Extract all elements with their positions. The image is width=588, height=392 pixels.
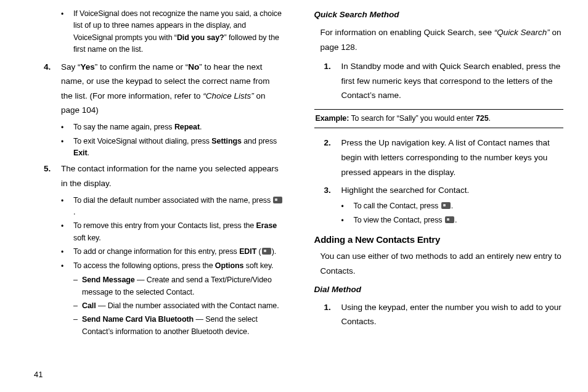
text-bold: Options [215,261,244,270]
step-number: 2. [324,136,341,179]
text: To remove this entry from your Contacts … [73,221,256,230]
step-5: 5. The contact information for the name … [44,161,284,190]
text: . [451,202,453,210]
bullet-dial-default: • To dial the default number associated … [61,195,284,219]
text: To dial the default number associated wi… [73,196,272,205]
text: In Standby mode and with Quick Search en… [341,59,564,103]
step-number: 4. [44,60,61,118]
right-column: Quick Search Method For information on e… [314,6,564,386]
text: . [455,216,457,224]
bullet-dot-icon: • [61,8,73,56]
heading-adding-contacts: Adding a New Contacts Entry [314,232,564,247]
bullet-view-contact: • To view the Contact, press . [341,214,564,227]
text-bold: Send Message [82,276,135,284]
text-bold: Erase [256,221,277,230]
text: and press [242,137,277,145]
heading-quick-search-method: Quick Search Method [314,9,564,22]
step-number: 5. [44,161,61,190]
bullet-exit: • To exit VoiceSignal without dialing, p… [61,136,284,160]
document-page: • If VoiceSignal does not recognize the … [0,0,588,392]
bullet-call-contact: • To call the Contact, press . [341,200,564,213]
text: The contact information for the name you… [61,161,284,190]
bullet-add-change: • To add or change information for this … [61,246,284,258]
dash-icon: – [73,300,82,312]
text: To view the Contact, press [354,216,444,224]
text-bold: EDIT [239,247,256,256]
bullet-dot-icon: • [341,200,354,213]
text: ” to confirm the name or “ [95,62,189,71]
text: soft key. [73,234,101,242]
qs-step-2: 2. Press the Up navigation key. A list o… [324,136,564,179]
qs-step-1: 1. In Standby mode and with Quick Search… [324,59,564,103]
text-bold: Exit [73,149,88,157]
send-key-icon [273,197,282,203]
dash-icon: – [73,274,82,298]
page-number: 41 [34,369,43,381]
text: — Dial the number associated with the Co… [96,301,279,310]
dial-step-1: 1. Using the keypad, enter the number yo… [324,300,564,329]
text-bold: 725 [476,114,489,123]
text: Say “ [61,62,81,71]
text: To say the name again, press [73,123,174,131]
text-bold: Call [82,301,96,310]
ok-key-icon [262,248,271,255]
text: ). [272,247,276,256]
bullet-dot-icon: • [61,220,73,244]
text-bold: No [188,62,199,71]
text: Using the keypad, enter the number you w… [341,300,564,329]
text-bold: Settings [211,137,242,145]
dash-icon: – [73,314,82,338]
text: You can use either of two methods to add… [321,249,564,278]
ok-key-icon [445,216,454,223]
step-4: 4. Say “Yes” to confirm the name or “No”… [44,60,284,118]
bullet-remove: • To remove this entry from your Contact… [61,220,284,244]
text-bold: Yes [81,62,95,71]
text: To exit VoiceSignal without dialing, pre… [73,137,211,145]
text: Highlight the searched for Contact. [341,183,564,198]
left-column: • If VoiceSignal does not recognize the … [34,6,284,386]
text: To search for “Sally” you would enter [349,114,476,123]
bullet-dot-icon: • [341,214,354,227]
text: . [489,114,491,123]
bullet-dot-icon: • [61,195,73,219]
text: Press the Up navigation key. A list of C… [341,136,564,179]
step-number: 3. [324,183,341,198]
text: soft key. [243,261,273,270]
text-bold: Did you say? [177,33,224,42]
example-label: Example: [316,114,349,123]
bullet-dot-icon: • [61,260,73,272]
bullet-repeat: • To say the name again, press Repeat. [61,121,284,134]
dash-call: – Call — Dial the number associated with… [73,300,284,312]
dash-send-message: – Send Message — Create and send a Text/… [73,274,284,298]
text: To add or change information for this en… [73,247,239,256]
text-italic: “Choice Lists” [203,91,254,100]
text: To access the following options, press t… [73,261,215,270]
text: . [88,149,89,157]
bullet-access-options: • To access the following options, press… [61,260,284,272]
qs-step-3: 3. Highlight the searched for Contact. [324,183,564,198]
send-key-icon [441,202,451,209]
heading-dial-method: Dial Method [314,284,564,296]
bullet-voicesignal: • If VoiceSignal does not recognize the … [61,8,284,56]
text-bold: Repeat [174,123,200,131]
dash-name-card: – Send Name Card Via Bluetooth — Send th… [73,314,284,338]
bullet-dot-icon: • [61,121,73,134]
step-number: 1. [324,59,341,103]
text: To call the Contact, press [354,202,441,210]
bullet-dot-icon: • [61,246,73,258]
bullet-dot-icon: • [61,136,73,160]
text-bold: Send Name Card Via Bluetooth [82,315,194,324]
text: For information on enabling Quick Search… [321,28,494,37]
text-italic: “Quick Search” [494,28,550,37]
text: . [200,123,202,131]
text: . [73,208,75,216]
step-number: 1. [324,300,341,329]
example-box: Example: To search for “Sally” you would… [314,109,564,128]
text: ( [256,247,261,256]
